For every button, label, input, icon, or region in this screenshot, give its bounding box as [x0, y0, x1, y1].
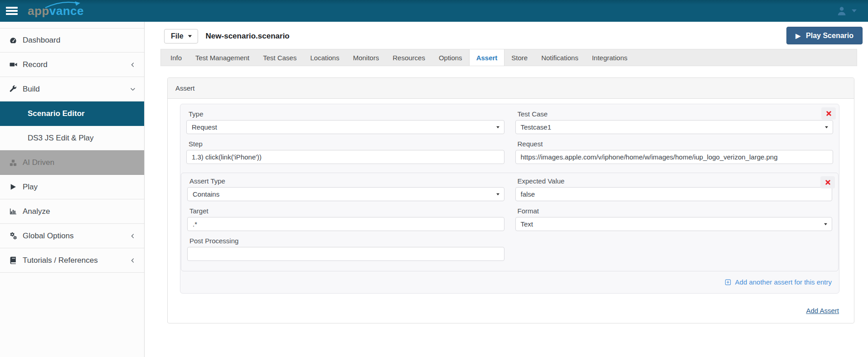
book-icon — [9, 256, 18, 264]
post-processing-input[interactable] — [187, 247, 504, 261]
main-content: File New-scenario.scenario ▶ Play Scenar… — [145, 22, 868, 357]
sidebar-item-label: Tutorials / References — [23, 256, 98, 265]
appvance-logo: appvance — [28, 0, 84, 22]
sidebar-item-label: Play — [23, 183, 38, 192]
gears-icon — [9, 232, 18, 240]
add-another-assert-link[interactable]: Add another assert for this entry — [725, 278, 832, 286]
sidebar: Dashboard Record Build Scenario Editor D… — [0, 22, 145, 357]
sidebar-item-global-options[interactable]: Global Options — [0, 224, 144, 248]
request-input[interactable] — [515, 150, 834, 164]
sidebar-item-label: Global Options — [23, 232, 73, 241]
format-label: Format — [518, 207, 833, 215]
target-label: Target — [189, 207, 504, 215]
bar-chart-icon — [9, 207, 18, 215]
request-label: Request — [518, 140, 834, 148]
file-menu-button[interactable]: File — [164, 29, 198, 43]
select-caret-icon — [824, 222, 828, 226]
tab-monitors[interactable]: Monitors — [346, 49, 386, 66]
sidebar-item-label: AI Driven — [23, 158, 54, 167]
user-avatar-icon[interactable] — [837, 6, 847, 16]
plus-square-icon — [725, 279, 731, 285]
type-select[interactable]: Request — [186, 120, 504, 134]
sidebar-item-label: Dashboard — [23, 36, 60, 45]
test-case-label: Test Case — [518, 110, 834, 118]
tab-integrations[interactable]: Integrations — [585, 49, 634, 66]
file-menu-label: File — [171, 32, 184, 40]
assert-type-label: Assert Type — [189, 177, 504, 185]
play-icon: ▶ — [795, 32, 800, 39]
add-another-assert-label: Add another assert for this entry — [735, 278, 832, 286]
sidebar-item-tutorials-references[interactable]: Tutorials / References — [0, 248, 144, 273]
scenario-toolbar: File New-scenario.scenario ▶ Play Scenar… — [160, 22, 857, 48]
chevron-down-icon — [130, 86, 136, 92]
tab-test-cases[interactable]: Test Cases — [256, 49, 303, 66]
select-caret-icon — [496, 125, 500, 129]
assert-condition-card: Assert Type Contains Expected Value — [181, 173, 839, 271]
sidebar-item-label: Build — [23, 85, 40, 94]
cubes-icon — [9, 159, 18, 167]
sidebar-item-play[interactable]: Play — [0, 175, 144, 199]
caret-down-icon — [188, 34, 192, 38]
sidebar-item-analyze[interactable]: Analyze — [0, 199, 144, 224]
dashboard-icon — [9, 37, 18, 44]
add-assert-link[interactable]: Add Assert — [806, 307, 839, 314]
assert-entry-card: Type Request Test Case Testcase1 — [180, 104, 839, 294]
sidebar-item-build[interactable]: Build — [0, 77, 144, 101]
remove-x-icon — [826, 111, 832, 116]
select-caret-icon — [496, 193, 500, 196]
hamburger-menu-icon[interactable] — [6, 7, 18, 15]
format-select-value: Text — [521, 220, 533, 228]
select-caret-icon — [824, 125, 829, 129]
tab-test-management[interactable]: Test Management — [189, 49, 256, 66]
tab-options[interactable]: Options — [432, 49, 469, 66]
assert-type-select[interactable]: Contains — [187, 187, 504, 201]
format-select[interactable]: Text — [515, 217, 833, 231]
logo-arrow-icon — [44, 1, 83, 9]
sidebar-item-record[interactable]: Record — [0, 53, 144, 77]
type-select-value: Request — [192, 123, 217, 131]
tab-resources[interactable]: Resources — [386, 49, 432, 66]
sidebar-item-label: Scenario Editor — [28, 109, 85, 118]
type-label: Type — [189, 110, 504, 118]
test-case-select-value: Testcase1 — [521, 123, 552, 131]
tab-store[interactable]: Store — [504, 49, 534, 66]
tab-locations[interactable]: Locations — [303, 49, 346, 66]
sidebar-item-label: DS3 JS Edit & Play — [28, 134, 94, 143]
top-bar: appvance — [0, 0, 868, 22]
sidebar-item-ds3-js-edit-play[interactable]: DS3 JS Edit & Play — [0, 126, 144, 150]
expected-value-label: Expected Value — [518, 177, 833, 185]
sidebar-item-label: Analyze — [23, 207, 50, 216]
expected-value-input[interactable] — [515, 187, 833, 201]
user-menu-caret-icon[interactable] — [851, 9, 857, 13]
post-processing-label: Post Processing — [189, 237, 504, 245]
scenario-tabs: Info Test Management Test Cases Location… — [160, 49, 857, 66]
tab-assert[interactable]: Assert — [469, 49, 505, 66]
target-input[interactable] — [187, 217, 504, 231]
video-camera-icon — [9, 61, 18, 68]
chevron-left-icon — [130, 233, 136, 239]
play-scenario-label: Play Scenario — [806, 32, 853, 40]
play-scenario-button[interactable]: ▶ Play Scenario — [786, 27, 863, 44]
sidebar-item-ai-driven: AI Driven — [0, 150, 144, 175]
step-label: Step — [189, 140, 504, 148]
play-icon — [9, 183, 18, 191]
sidebar-item-dashboard[interactable]: Dashboard — [0, 28, 144, 53]
wrench-icon — [9, 85, 18, 93]
chevron-left-icon — [130, 62, 136, 68]
assert-panel-title: Assert — [168, 78, 854, 99]
assert-type-select-value: Contains — [193, 190, 219, 198]
step-input[interactable] — [186, 150, 504, 164]
remove-x-icon — [825, 179, 831, 185]
chevron-left-icon — [130, 257, 136, 264]
assert-panel: Assert Type Request Test Case — [167, 77, 854, 323]
tab-notifications[interactable]: Notifications — [534, 49, 585, 66]
test-case-select[interactable]: Testcase1 — [515, 120, 834, 134]
tab-info[interactable]: Info — [164, 49, 189, 66]
scenario-filename: New-scenario.scenario — [206, 32, 290, 41]
remove-entry-button[interactable] — [821, 107, 836, 120]
remove-assert-button[interactable] — [820, 176, 835, 188]
sidebar-item-label: Record — [23, 60, 48, 69]
sidebar-item-scenario-editor[interactable]: Scenario Editor — [0, 101, 144, 126]
